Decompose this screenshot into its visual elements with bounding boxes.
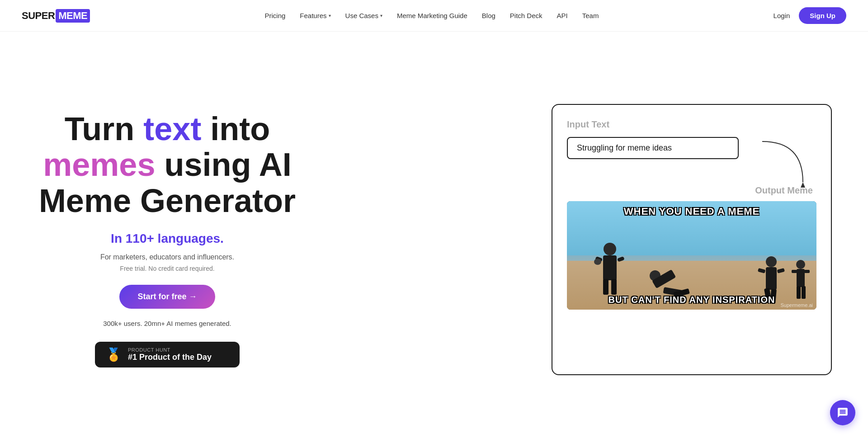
hero-right: Input Text Struggling for meme ideas Out… bbox=[552, 104, 832, 375]
use-cases-label: Use Cases bbox=[345, 12, 378, 19]
meme-guide-link[interactable]: Meme Marketing Guide bbox=[397, 12, 467, 19]
features-dropdown[interactable]: Features ▾ bbox=[300, 12, 330, 19]
hero-trial: Free trial. No credit card required. bbox=[36, 265, 298, 272]
demo-input-box: Struggling for meme ideas bbox=[567, 137, 739, 159]
api-link[interactable]: API bbox=[557, 12, 568, 19]
nav-item-api[interactable]: API bbox=[557, 12, 568, 20]
blog-link[interactable]: Blog bbox=[482, 12, 495, 19]
nav-item-pitch-deck[interactable]: Pitch Deck bbox=[510, 12, 542, 20]
hero-subtitle: In 110+ languages. bbox=[36, 231, 298, 246]
navbar: SUPER MEME Pricing Features ▾ Use Cases … bbox=[0, 0, 868, 32]
title-text: text bbox=[143, 111, 201, 147]
input-label: Input Text bbox=[567, 119, 816, 130]
svg-rect-21 bbox=[804, 270, 810, 273]
chevron-down-icon-2: ▾ bbox=[380, 13, 382, 18]
hero-desc: For marketers, educators and influencers… bbox=[36, 253, 298, 261]
meme-bottom-text: BUT CAN'T FIND ANY INSPIRATION bbox=[567, 295, 816, 305]
svg-rect-6 bbox=[603, 279, 609, 295]
svg-rect-2 bbox=[603, 255, 617, 280]
svg-rect-14 bbox=[758, 268, 766, 273]
demo-meme-image: WHEN YOU NEED A MEME bbox=[567, 201, 816, 310]
title-part1: Turn bbox=[65, 111, 144, 147]
login-link[interactable]: Login bbox=[774, 12, 790, 19]
title-part2: into bbox=[201, 111, 270, 147]
team-link[interactable]: Team bbox=[582, 12, 599, 19]
svg-point-1 bbox=[604, 243, 616, 255]
curved-arrow-icon bbox=[758, 137, 812, 191]
pitch-deck-link[interactable]: Pitch Deck bbox=[510, 12, 542, 19]
trophy-icon: 🏅 bbox=[106, 347, 122, 362]
logo-super: SUPER bbox=[22, 10, 55, 22]
svg-rect-13 bbox=[766, 267, 777, 290]
chevron-down-icon: ▾ bbox=[329, 13, 331, 18]
svg-rect-4 bbox=[617, 256, 625, 262]
product-hunt-badge: 🏅 PRODUCT HUNT #1 Product of the Day bbox=[95, 342, 240, 367]
svg-marker-0 bbox=[801, 182, 805, 188]
meme-figure-1 bbox=[594, 243, 626, 297]
hero-stats: 300k+ users. 20mn+ AI memes generated. bbox=[36, 320, 298, 327]
signup-button[interactable]: Sign Up bbox=[799, 7, 846, 24]
svg-rect-19 bbox=[797, 269, 805, 287]
logo-meme: MEME bbox=[56, 9, 90, 23]
nav-item-meme-guide[interactable]: Meme Marketing Guide bbox=[397, 12, 467, 20]
nav-item-features[interactable]: Features ▾ bbox=[300, 12, 330, 19]
nav-item-pricing[interactable]: Pricing bbox=[264, 12, 285, 20]
chat-icon bbox=[837, 407, 849, 419]
ph-label: PRODUCT HUNT bbox=[128, 347, 212, 353]
pricing-link[interactable]: Pricing bbox=[264, 12, 285, 19]
features-label: Features bbox=[300, 12, 326, 19]
chat-bubble-button[interactable] bbox=[830, 400, 855, 425]
nav-links: Pricing Features ▾ Use Cases ▾ Meme Mark… bbox=[264, 12, 599, 20]
svg-rect-15 bbox=[777, 268, 785, 273]
nav-item-use-cases[interactable]: Use Cases ▾ bbox=[345, 12, 382, 19]
meme-visual: WHEN YOU NEED A MEME bbox=[567, 201, 816, 310]
svg-point-12 bbox=[766, 256, 777, 267]
ph-text: PRODUCT HUNT #1 Product of the Day bbox=[128, 347, 212, 362]
svg-point-18 bbox=[796, 260, 805, 269]
nav-actions: Login Sign Up bbox=[774, 7, 846, 24]
svg-rect-7 bbox=[611, 279, 617, 295]
demo-card: Input Text Struggling for meme ideas Out… bbox=[552, 104, 832, 375]
title-part3: using AI bbox=[155, 146, 291, 183]
ph-title: #1 Product of the Day bbox=[128, 353, 212, 362]
logo[interactable]: SUPER MEME bbox=[22, 9, 90, 23]
meme-watermark: Supermeme.ai bbox=[780, 302, 813, 308]
nav-item-team[interactable]: Team bbox=[582, 12, 599, 20]
nav-item-blog[interactable]: Blog bbox=[482, 12, 495, 20]
meme-top-text: WHEN YOU NEED A MEME bbox=[567, 206, 816, 217]
hero-left: Turn text into memes using AIMeme Genera… bbox=[36, 111, 298, 367]
svg-rect-20 bbox=[792, 270, 797, 273]
start-for-free-button[interactable]: Start for free → bbox=[119, 285, 215, 309]
use-cases-dropdown[interactable]: Use Cases ▾ bbox=[345, 12, 382, 19]
hero-title: Turn text into memes using AIMeme Genera… bbox=[36, 111, 298, 219]
title-memes: memes bbox=[43, 146, 155, 183]
hero-section: Turn text into memes using AIMeme Genera… bbox=[0, 32, 868, 438]
title-line2: Meme Generator bbox=[39, 183, 296, 219]
svg-point-5 bbox=[594, 259, 601, 265]
